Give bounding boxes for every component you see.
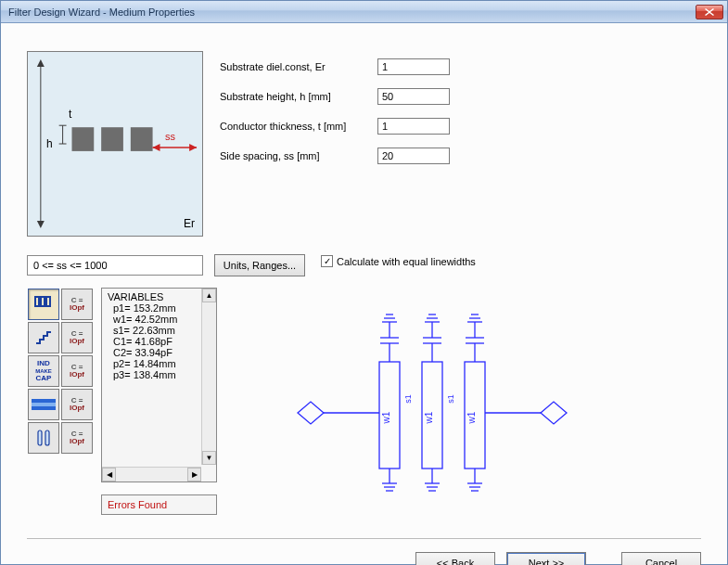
tool-cap-1-icon[interactable]: C =IOpf [61, 289, 93, 320]
errors-panel: Errors Found [101, 494, 217, 515]
units-ranges-label: Units, Ranges... [224, 260, 296, 271]
close-button[interactable] [696, 5, 723, 19]
variables-scrollbar-v[interactable]: ▲ ▼ [201, 289, 216, 465]
next-button[interactable]: Next >> [506, 552, 586, 565]
svg-rect-15 [45, 430, 49, 445]
variables-scrollbar-h[interactable]: ◀ ▶ [102, 467, 201, 482]
schematic-w1-2: w1 [424, 411, 434, 424]
input-er[interactable] [377, 58, 450, 75]
back-button[interactable]: << Back [415, 552, 495, 565]
scroll-right-icon[interactable]: ▶ [187, 468, 201, 482]
var-line: C2= 33.94pF [108, 347, 211, 358]
svg-rect-6 [71, 127, 94, 151]
input-t[interactable] [377, 118, 450, 135]
svg-marker-1 [37, 59, 45, 67]
tool-combline-icon[interactable] [28, 289, 59, 320]
label-h: Substrate height, h [mm] [220, 91, 377, 102]
var-line: s1= 22.63mm [108, 325, 211, 336]
cancel-button[interactable]: Cancel [621, 552, 701, 565]
var-line: p3= 138.4mm [108, 369, 211, 380]
schematic-s1-2: s1 [446, 394, 455, 404]
range-text: 0 <= ss <= 1000 [33, 260, 108, 271]
tool-stepped-icon[interactable] [28, 322, 59, 353]
label-er: Substrate diel.const, Er [220, 61, 377, 72]
variables-list: VARIABLES p1= 153.2mm w1= 42.52mm s1= 22… [102, 289, 216, 465]
errors-text: Errors Found [108, 499, 167, 510]
row-t: Conductor thickness, t [mm] [220, 116, 450, 136]
footer-buttons: << Back Next >> Cancel [415, 552, 701, 565]
var-line: w1= 42.52mm [108, 314, 211, 325]
svg-marker-11 [189, 144, 197, 151]
tool-palette: C =IOpf C =IOpf INDMAKECAP C =IOpf [27, 288, 96, 455]
row-h: Substrate height, h [mm] [220, 86, 450, 107]
diagram-er-label: Er [184, 217, 195, 230]
row-er: Substrate diel.const, Er [220, 57, 450, 77]
calc-equal-row: ✓ Calculate with equal linewidths [321, 255, 476, 267]
tool-indcap-icon[interactable]: INDMAKECAP [28, 355, 59, 387]
schematic-w1-1: w1 [381, 411, 391, 424]
schematic-preview: w1 w1 w1 s1 s1 [279, 292, 585, 515]
svg-rect-8 [131, 127, 153, 151]
wizard-window: Filter Design Wizard - Medium Properties [0, 0, 728, 565]
tool-cap-3-icon[interactable]: C =IOpf [61, 355, 93, 387]
schematic-w1-3: w1 [466, 411, 477, 424]
scroll-down-icon[interactable]: ▼ [202, 451, 216, 465]
var-line: p2= 14.84mm [108, 358, 211, 369]
range-display: 0 <= ss <= 1000 [27, 255, 203, 276]
scroll-left-icon[interactable]: ◀ [102, 468, 116, 482]
variables-title: VARIABLES [108, 291, 211, 302]
calc-equal-checkbox[interactable]: ✓ [321, 255, 333, 267]
svg-rect-14 [38, 430, 42, 445]
input-ss[interactable] [377, 148, 450, 164]
svg-rect-13 [32, 403, 56, 406]
cross-section-diagram: t h ss Er [27, 51, 203, 237]
variables-panel: VARIABLES p1= 153.2mm w1= 42.52mm s1= 22… [101, 288, 217, 482]
diagram-svg [28, 52, 202, 236]
tool-cap-5-icon[interactable]: C =IOpf [61, 422, 93, 454]
var-line: C1= 41.68pF [108, 336, 211, 347]
tool-resonator-icon[interactable] [28, 422, 59, 454]
row-ss: Side spacing, ss [mm] [220, 146, 450, 166]
units-ranges-button[interactable]: Units, Ranges... [214, 254, 305, 276]
footer-separator [27, 538, 701, 539]
tool-cap-2-icon[interactable]: C =IOpf [61, 322, 93, 353]
tool-cap-4-icon[interactable]: C =IOpf [61, 389, 93, 420]
diagram-ss-label: ss [165, 131, 175, 142]
svg-marker-10 [153, 144, 160, 151]
input-h[interactable] [377, 88, 450, 105]
tool-stripline-icon[interactable] [28, 389, 59, 420]
label-ss: Side spacing, ss [mm] [220, 150, 377, 161]
diagram-h-label: h [46, 137, 53, 150]
content-area: t h ss Er Substrate diel.const, Er Subst… [1, 23, 727, 564]
calc-equal-label: Calculate with equal linewidths [337, 256, 476, 267]
schematic-s1-1: s1 [403, 394, 413, 404]
label-t: Conductor thickness, t [mm] [220, 121, 377, 132]
svg-rect-7 [101, 127, 123, 151]
svg-marker-2 [37, 221, 45, 228]
titlebar: Filter Design Wizard - Medium Properties [1, 1, 727, 23]
diagram-t-label: t [69, 108, 71, 121]
scroll-up-icon[interactable]: ▲ [202, 289, 216, 302]
tool-indcap-label: INDMAKECAP [35, 360, 52, 382]
var-line: p1= 153.2mm [108, 302, 211, 314]
window-title: Filter Design Wizard - Medium Properties [8, 6, 696, 18]
